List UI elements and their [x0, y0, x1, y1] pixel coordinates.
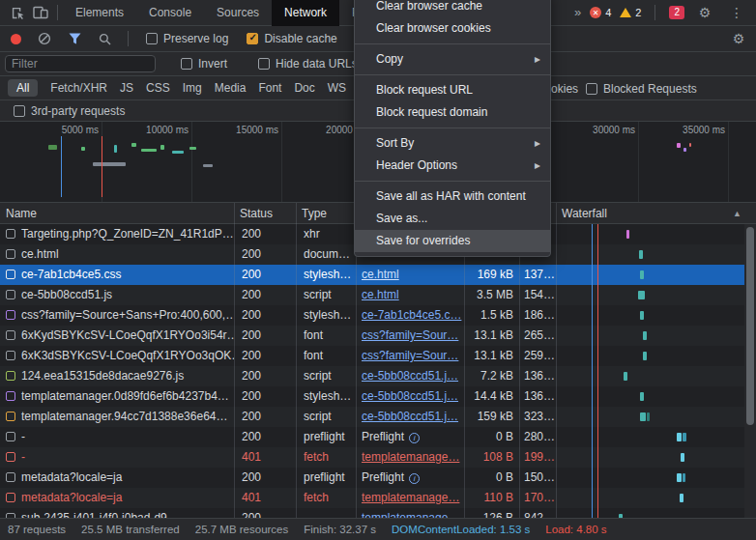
initiator-cell: Preflighti: [356, 468, 464, 488]
table-row[interactable]: ce-5bb08ccd51.js200scriptce.html3.5 MB15…: [0, 285, 756, 305]
column-header-waterfall[interactable]: Waterfall: [556, 203, 744, 224]
clear-network-log-icon[interactable]: [33, 28, 56, 49]
initiator-link[interactable]: ce-5bb08ccd51.j…: [362, 410, 458, 423]
menu-item-copy[interactable]: Copy▸: [355, 48, 550, 71]
blocked-requests-checkbox[interactable]: Blocked Requests: [586, 76, 697, 100]
request-name: 6xK3dSBYKcSV-LCoeQqfX1RYOo3qOK…: [21, 349, 234, 362]
filter-input[interactable]: [5, 55, 156, 72]
menu-item-block-request-url[interactable]: Block request URL: [355, 79, 550, 101]
initiator-link[interactable]: ce-5bb08ccd51.j…: [362, 389, 458, 403]
overview-activity-mark: [131, 143, 136, 147]
issues-badge[interactable]: 2: [669, 6, 684, 19]
device-toolbar-icon[interactable]: [29, 2, 52, 23]
menu-item-sort-by[interactable]: Sort By▸: [355, 132, 550, 155]
column-header-type[interactable]: Type: [296, 203, 356, 224]
time-cell: 150…: [519, 468, 556, 488]
initiator-link[interactable]: ce-5bb08ccd51.j…: [362, 369, 458, 383]
initiator-link[interactable]: ce.html: [362, 268, 399, 281]
initiator-link[interactable]: templatemanage…: [362, 491, 459, 504]
filter-chip-css[interactable]: CSS: [146, 81, 170, 95]
menu-item-clear-browser-cache[interactable]: Clear browser cache: [355, 0, 550, 17]
table-row[interactable]: ce-7ab1cb4ce5.css200stylesheetce.html169…: [0, 265, 756, 285]
request-name-cell: metadata?locale=ja: [0, 488, 234, 508]
menu-item-block-request-domain[interactable]: Block request domain: [355, 101, 550, 124]
toolbar-divider: [128, 31, 129, 46]
request-name-cell: sub-2435-i401-i4f0-i0bad-d9…: [0, 508, 234, 518]
overview-activity-mark: [141, 149, 157, 152]
filter-chip-ws[interactable]: WS: [328, 81, 346, 95]
table-row[interactable]: templatemanager.94cc7d1388e36e64…200scri…: [0, 407, 756, 427]
table-row[interactable]: css?family=Source+Sans+Pro:400,600,…200s…: [0, 305, 756, 326]
overview-activity-mark: [160, 145, 164, 150]
initiator-cell: ce.html: [356, 265, 464, 285]
record-network-log-button[interactable]: [11, 34, 21, 44]
table-row[interactable]: 6xK3dSBYKcSV-LCoeQqfX1RYOo3qOK…200fontcs…: [0, 346, 756, 366]
table-row[interactable]: 124.eea15315de8dacae9276.js200scriptce-5…: [0, 366, 756, 386]
column-header-status[interactable]: Status: [234, 203, 296, 224]
more-tabs-button[interactable]: »: [570, 0, 585, 26]
column-header-name[interactable]: Name: [0, 203, 234, 224]
time-cell: 280…: [519, 427, 556, 447]
initiator-link[interactable]: css?family=Sour…: [362, 349, 458, 362]
hide-data-urls-checkbox[interactable]: Hide data URLs: [258, 57, 358, 71]
tab-sources[interactable]: Sources: [204, 0, 272, 26]
toolbar-divider: [654, 5, 655, 20]
table-row[interactable]: sub-2435-i401-i4f0-i0bad-d9…200templatem…: [0, 508, 756, 518]
tab-console[interactable]: Console: [136, 0, 204, 26]
tab-network[interactable]: Network: [272, 0, 339, 26]
error-count: 4: [605, 7, 611, 18]
filter-chip-doc[interactable]: Doc: [294, 81, 314, 95]
initiator-link[interactable]: templatemanage…: [362, 450, 459, 464]
filter-chip-all[interactable]: All: [8, 79, 38, 97]
resource-type-icon: [6, 290, 15, 299]
console-warnings-badge[interactable]: 2: [620, 7, 641, 18]
menu-item-save-as[interactable]: Save as...: [355, 208, 550, 230]
overview-activity-mark: [114, 145, 117, 153]
tab-elements[interactable]: Elements: [63, 0, 136, 26]
disable-cache-checkbox[interactable]: Disable cache: [247, 32, 336, 45]
menu-item-header-options[interactable]: Header Options▸: [355, 155, 550, 177]
preflight-info-icon[interactable]: i: [409, 433, 420, 443]
filter-chip-img[interactable]: Img: [183, 81, 202, 95]
waterfall-bar: [683, 433, 686, 441]
filter-chip-js[interactable]: JS: [120, 81, 133, 95]
checkbox-checked-icon: [247, 33, 258, 44]
size-cell: 14.4 kB: [464, 386, 519, 407]
size-cell: 126 B: [464, 508, 519, 518]
settings-gear-icon[interactable]: ⚙: [693, 2, 716, 23]
menu-item-save-for-overrides[interactable]: Save for overrides: [355, 230, 550, 252]
menu-item-save-all-as-har-with-content[interactable]: Save all as HAR with content: [355, 185, 550, 208]
filter-chip-media[interactable]: Media: [215, 81, 247, 95]
inspect-element-icon[interactable]: [6, 2, 29, 23]
table-row[interactable]: metadata?locale=ja200preflightPreflighti…: [0, 468, 756, 488]
network-settings-gear-icon[interactable]: ⚙: [727, 28, 750, 49]
table-row[interactable]: templatemanager.0d89fd6ef6b4237b4…200sty…: [0, 386, 756, 407]
waterfall-bar: [647, 412, 650, 421]
table-row[interactable]: -401fetchtemplatemanage…108 B199…: [0, 447, 756, 468]
preflight-info-icon[interactable]: i: [409, 473, 420, 484]
invert-checkbox[interactable]: Invert: [181, 57, 227, 71]
filter-chip-fetch-xhr[interactable]: Fetch/XHR: [50, 81, 107, 95]
search-icon[interactable]: [93, 28, 116, 49]
time-cell: 186…: [519, 305, 556, 326]
type-cell: document: [296, 244, 354, 265]
initiator-link[interactable]: templatemanage…: [362, 511, 459, 518]
kebab-menu-icon[interactable]: ⋮: [725, 2, 748, 23]
filter-chip-font[interactable]: Font: [258, 81, 281, 95]
initiator-link[interactable]: ce-7ab1cb4ce5.c…: [362, 308, 461, 322]
menu-item-clear-browser-cookies[interactable]: Clear browser cookies: [355, 17, 550, 40]
third-party-requests-checkbox[interactable]: 3rd-party requests: [14, 104, 125, 118]
console-errors-badge[interactable]: ✕ 4: [590, 7, 611, 18]
request-name: templatemanager.0d89fd6ef6b4237b4…: [21, 389, 229, 403]
table-row[interactable]: metadata?locale=ja401fetchtemplatemanage…: [0, 488, 756, 508]
table-row[interactable]: -200preflightPreflighti0 B280…: [0, 427, 756, 447]
initiator-link[interactable]: css?family=Sour…: [362, 328, 458, 342]
time-cell: 154…: [519, 285, 556, 305]
preserve-log-checkbox[interactable]: Preserve log: [146, 32, 228, 45]
initiator-link[interactable]: ce.html: [362, 288, 399, 301]
table-row[interactable]: 6xKydSBYKcSV-LCoeQqfX1RYOo3i54r…200fontc…: [0, 326, 756, 346]
scrollbar-thumb[interactable]: [746, 227, 754, 425]
filter-funnel-icon[interactable]: [63, 28, 86, 49]
overview-gridline: [281, 122, 282, 202]
vertical-scrollbar[interactable]: [744, 224, 756, 518]
